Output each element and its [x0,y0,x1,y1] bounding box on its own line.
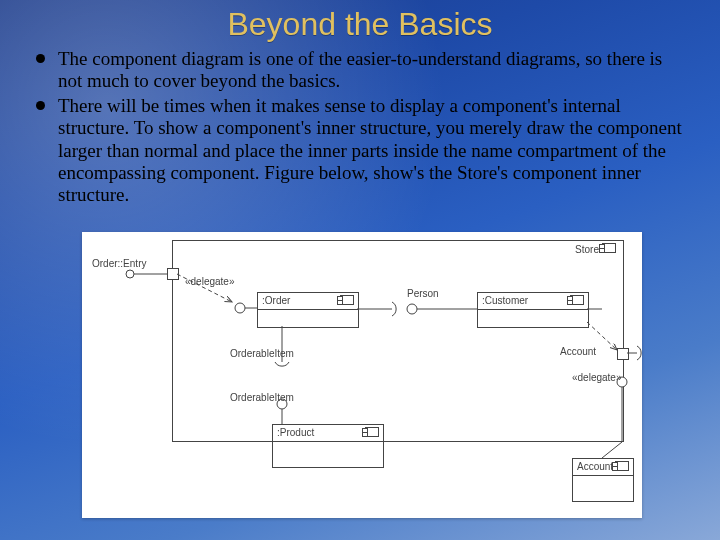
slide: Beyond the Basics The component diagram … [0,0,720,540]
bullet-text: There will be times when it makes sense … [58,95,682,206]
account-label: Account [560,346,596,357]
svg-point-6 [407,304,417,314]
bullet-item: The component diagram is one of the easi… [30,48,690,93]
svg-point-3 [235,303,245,313]
svg-line-16 [602,442,622,458]
uml-diagram: Store Order::Entry :Order :Customer :Pro… [82,232,642,518]
delegate-label-1: «delegate» [185,276,235,287]
bullet-list: The component diagram is one of the easi… [30,48,690,207]
slide-body: The component diagram is one of the easi… [30,48,690,209]
delegate-label-2: «delegate» [572,372,622,383]
uml-connectors [82,232,642,518]
svg-point-0 [126,270,134,278]
bullet-item: There will be times when it makes sense … [30,95,690,207]
bullet-text: The component diagram is one of the easi… [58,48,662,91]
orderable-item-label: OrderableItem [230,348,294,359]
person-label: Person [407,288,439,299]
slide-title: Beyond the Basics [0,6,720,43]
orderable-item-label-2: OrderableItem [230,392,294,403]
